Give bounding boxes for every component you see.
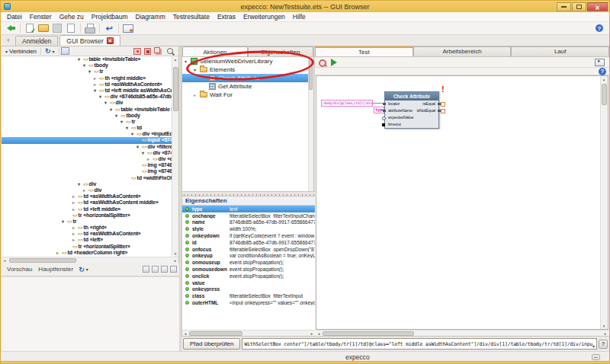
collapse-icon[interactable] <box>142 150 147 156</box>
action-tree-row[interactable]: Elements <box>182 65 310 74</box>
collapse-icon[interactable] <box>120 119 126 125</box>
menu-testresultate[interactable]: Testresultate <box>169 13 214 21</box>
block-input-timeout[interactable]: timeout <box>385 121 438 128</box>
collapse-icon[interactable] <box>62 219 67 225</box>
dom-tree-row[interactable]: div <box>2 181 178 187</box>
check-attribute-block[interactable]: Check Attribute locatorattributeNameexpe… <box>384 91 439 129</box>
property-row[interactable]: onkeypress <box>182 286 315 293</box>
load-icon[interactable] <box>23 23 37 34</box>
dom-tree-row[interactable]: div«filterableSelectB» <box>2 144 178 150</box>
collapse-icon[interactable] <box>83 62 88 69</box>
menu-projektbaum[interactable]: Projektbaum <box>88 13 132 21</box>
xpath-field[interactable]: WithSelectBox center"]/table/tbody/tr[1]… <box>242 338 597 350</box>
dom-tree-vscrollbar[interactable] <box>172 56 178 257</box>
expand-icon[interactable] <box>72 206 78 212</box>
tile-view-icon[interactable] <box>143 266 149 273</box>
property-row[interactable]: onmouseupevent.stopPropagation(); <box>182 259 315 266</box>
action-tree-row[interactable]: Check Attribute <box>182 74 310 82</box>
gui-window-icon[interactable] <box>121 23 135 34</box>
menu-hilfe[interactable]: Hilfe <box>289 13 310 21</box>
dom-tree-row[interactable]: div <box>2 187 178 193</box>
action-tree-row[interactable]: Wait For <box>182 91 310 99</box>
property-row[interactable]: outerHTML<input onkeypress="" values="" … <box>182 299 315 306</box>
dom-tree-row[interactable]: tr«horizontalSplitter» <box>2 244 178 250</box>
tab-lauf[interactable]: Lauf <box>511 46 609 56</box>
menu-gehe-zu[interactable]: Gehe zu <box>56 13 88 21</box>
collapse-icon[interactable] <box>194 66 199 73</box>
dom-tree-row[interactable]: td«widthFixOfInputText» <box>2 175 178 181</box>
property-row[interactable]: value <box>182 279 315 286</box>
dom-tree-row[interactable]: td«headerColumn right» <box>2 250 178 256</box>
tab-eigenschaften[interactable]: Eigenschaften <box>248 46 313 56</box>
snapshot-icon[interactable] <box>133 48 141 55</box>
menu-datei[interactable]: Datei <box>3 13 26 21</box>
property-row[interactable]: classfilterableSelectBox_filterTextInput <box>182 292 315 299</box>
menu-diagramm[interactable]: Diagramm <box>132 13 169 21</box>
collapse-icon[interactable] <box>110 107 115 113</box>
action-tree-row[interactable]: Get Attribute <box>182 82 310 91</box>
pane-splitter[interactable] <box>182 191 315 196</box>
expand-icon[interactable] <box>72 225 78 231</box>
new-icon[interactable] <box>64 23 78 34</box>
dom-tree-row[interactable]: th«right middle» <box>2 75 178 81</box>
scroll-up-icon[interactable] <box>172 56 178 62</box>
connect-button[interactable]: Verbinden <box>3 48 39 55</box>
collapse-icon[interactable] <box>78 181 83 187</box>
dom-tree-row[interactable]: div«dyn5» <box>2 156 178 162</box>
dom-tree-row[interactable]: td«asWidthAsContent middle» <box>2 200 178 206</box>
copy-icon[interactable] <box>154 47 160 53</box>
expand-icon[interactable] <box>72 200 78 206</box>
status-grip-icon[interactable] <box>592 354 600 360</box>
dom-tree-row[interactable]: img«8746db85-a65e» <box>2 162 178 168</box>
collapse-icon[interactable] <box>115 113 120 119</box>
dom-tree-row[interactable]: tr <box>2 69 178 75</box>
scroll-down-icon[interactable] <box>601 323 607 329</box>
collapse-icon[interactable] <box>88 69 94 75</box>
expand-icon[interactable] <box>56 250 62 256</box>
collapse-icon[interactable] <box>136 144 142 150</box>
dom-tree-row[interactable]: tbody <box>2 62 178 69</box>
back-icon[interactable] <box>4 23 18 34</box>
open-in-editor-icon[interactable] <box>595 59 605 66</box>
property-row[interactable]: onclickevent.stopPropagation(); <box>182 273 315 279</box>
view-icon[interactable] <box>61 47 69 55</box>
menu-extras[interactable]: Extras <box>214 13 239 21</box>
minimize-button[interactable] <box>557 2 571 11</box>
dom-tree-row[interactable]: div«8746db85-a6» <box>2 150 178 156</box>
tab-anmelden[interactable]: Anmelden <box>15 36 58 46</box>
dom-tree-row[interactable]: div«inputEdit» <box>2 131 178 137</box>
dom-tree-row[interactable]: div <box>2 100 178 106</box>
collapse-icon[interactable] <box>126 125 131 131</box>
path-help-icon[interactable] <box>599 340 608 349</box>
block-input-expectedvalue[interactable]: expectedValue <box>385 114 438 121</box>
collapse-icon[interactable] <box>78 56 83 62</box>
property-row[interactable]: onfocusfilterableSelectBox_openDropDown(… <box>182 246 315 253</box>
close-button[interactable] <box>587 2 608 11</box>
expand-icon[interactable] <box>72 237 78 243</box>
tab-hauptfenster[interactable]: Hauptfenster <box>35 266 76 273</box>
tab-arbeitsbereich[interactable]: Arbeitsbereich <box>413 46 512 56</box>
save-icon[interactable] <box>50 23 64 34</box>
dom-tree-hscrollbar[interactable] <box>2 257 178 263</box>
canvas-vscrollbar[interactable] <box>600 76 608 329</box>
dom-tree-row[interactable]: td«left middle» <box>2 206 178 212</box>
scroll-thumb[interactable] <box>602 84 607 105</box>
dom-tree-row[interactable]: td <box>2 125 178 131</box>
dom-tree-row[interactable]: table«invisibleTable inputTable» <box>2 107 178 113</box>
property-row[interactable]: onkeydownif (getKeyCode(event ? event : … <box>182 232 315 239</box>
dom-tree-row[interactable]: table«invisibleTable» <box>2 56 178 62</box>
menu-fenster[interactable]: Fenster <box>26 13 56 21</box>
collapse-icon[interactable] <box>104 100 110 106</box>
inspect-element-icon[interactable] <box>165 47 175 56</box>
collapse-icon[interactable] <box>131 131 136 137</box>
dom-tree-row[interactable]: img«8746db85-a65e» <box>2 168 178 174</box>
dom-tree-row[interactable]: td«asWidthAsContent» <box>2 81 178 88</box>
help-icon[interactable] <box>596 24 603 32</box>
print-icon[interactable] <box>83 23 97 34</box>
verify-path-button[interactable]: Pfad überprüfen <box>183 338 240 350</box>
dom-tree-row[interactable]: td«asWidthAsContent» <box>2 193 178 200</box>
expand-icon[interactable] <box>72 231 78 237</box>
properties-hscrollbar[interactable] <box>182 330 315 336</box>
layers-icon[interactable] <box>152 266 159 273</box>
dom-tree-row[interactable]: td«asWidthAsContent» <box>2 231 178 237</box>
